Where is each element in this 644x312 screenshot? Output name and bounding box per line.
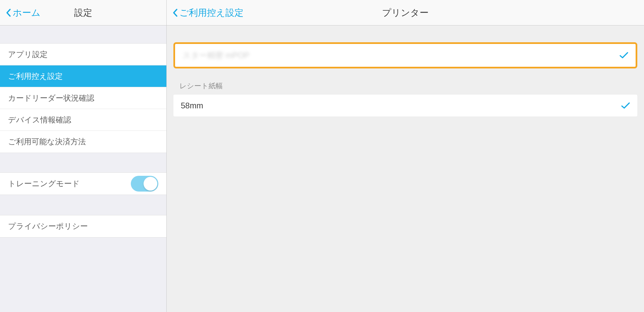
sidebar-item-app-settings[interactable]: アプリ設定 [0, 44, 166, 65]
detail-header: ご利用控え設定 プリンター [167, 0, 644, 25]
chevron-left-icon [6, 9, 11, 17]
sidebar-group-training: トレーニングモード [0, 172, 166, 195]
sidebar-item-receipt-settings[interactable]: ご利用控え設定 [0, 65, 166, 87]
training-mode-row: トレーニングモード [0, 173, 166, 195]
sidebar-item-label: プライバシーポリシー [8, 221, 88, 231]
chevron-left-icon [173, 9, 177, 17]
paper-width-value: 58mm [181, 101, 203, 110]
checkmark-icon [620, 52, 628, 59]
back-to-receipt-settings-label: ご利用控え設定 [179, 7, 244, 19]
sidebar-header: ホーム 設定 [0, 0, 166, 25]
sidebar-item-label: デバイス情報確認 [8, 115, 71, 125]
back-to-receipt-settings-button[interactable]: ご利用控え設定 [173, 7, 244, 19]
sidebar-item-card-reader-status[interactable]: カードリーダー状況確認 [0, 87, 166, 109]
paper-width-section-label: レシート紙幅 [173, 81, 637, 95]
back-to-home-button[interactable]: ホーム [6, 7, 41, 19]
training-mode-label: トレーニングモード [8, 178, 80, 189]
sidebar-item-device-info[interactable]: デバイス情報確認 [0, 109, 166, 131]
printer-name-blurred: スター精密 mPOP [182, 50, 249, 61]
sidebar-item-label: ご利用控え設定 [8, 71, 63, 82]
checkmark-icon [621, 102, 630, 109]
settings-sidebar: ホーム 設定 アプリ設定 ご利用控え設定 カードリーダー状況確認 デバイス情報確… [0, 0, 167, 312]
sidebar-item-payment-methods[interactable]: ご利用可能な決済方法 [0, 131, 166, 153]
back-to-home-label: ホーム [13, 7, 41, 19]
sidebar-item-label: カードリーダー状況確認 [8, 93, 94, 103]
sidebar-group-main: アプリ設定 ご利用控え設定 カードリーダー状況確認 デバイス情報確認 ご利用可能… [0, 43, 166, 153]
toggle-knob [144, 177, 157, 191]
detail-panel: ご利用控え設定 プリンター スター精密 mPOP レシート紙幅 58mm [167, 0, 644, 312]
sidebar-item-label: アプリ設定 [8, 49, 48, 60]
sidebar-item-privacy-policy[interactable]: プライバシーポリシー [0, 215, 166, 237]
detail-content: スター精密 mPOP レシート紙幅 58mm [167, 25, 644, 116]
printer-selection-row[interactable]: スター精密 mPOP [173, 42, 637, 68]
training-mode-toggle[interactable] [131, 176, 158, 192]
sidebar-group-privacy: プライバシーポリシー [0, 215, 166, 238]
paper-width-row[interactable]: 58mm [173, 95, 637, 116]
sidebar-item-label: ご利用可能な決済方法 [8, 137, 86, 147]
